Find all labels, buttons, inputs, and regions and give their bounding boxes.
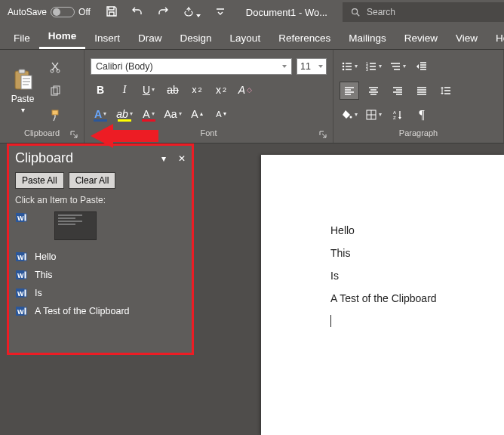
bullets-button[interactable]: ▾ xyxy=(340,57,359,76)
svg-text:Z: Z xyxy=(393,116,396,120)
clipboard-pane-title: Clipboard xyxy=(15,150,73,166)
customize-qat-icon[interactable] xyxy=(214,5,226,20)
clipboard-item[interactable]: W xyxy=(15,210,186,246)
strikethrough-button[interactable]: ab xyxy=(163,81,183,99)
svg-rect-3 xyxy=(21,76,32,89)
decrease-indent-button[interactable] xyxy=(412,57,432,76)
font-color-button[interactable]: A▾ xyxy=(139,105,158,123)
document-line: Is xyxy=(330,270,504,282)
search-box[interactable]: Search xyxy=(343,2,504,22)
save-icon[interactable] xyxy=(106,5,118,20)
svg-text:W: W xyxy=(17,308,24,316)
font-family-value: Calibri (Body) xyxy=(96,61,153,72)
subscript-button[interactable]: x2 xyxy=(187,81,207,99)
italic-button[interactable]: I xyxy=(115,81,134,99)
underline-button[interactable]: U▾ xyxy=(139,81,158,99)
pane-options-icon[interactable]: ▾ xyxy=(161,153,166,164)
tab-insert[interactable]: Insert xyxy=(85,27,129,49)
search-placeholder: Search xyxy=(367,7,395,17)
highlight-button[interactable]: ab▾ xyxy=(115,105,134,123)
clipboard-item[interactable]: W This xyxy=(15,267,186,282)
text-effects-button[interactable]: A▾ xyxy=(91,105,110,123)
line-spacing-button[interactable] xyxy=(436,82,456,100)
clipboard-item[interactable]: W Is xyxy=(15,285,186,301)
document-line: Hello xyxy=(330,224,504,236)
clipboard-thumbnail xyxy=(54,211,97,240)
clear-all-button[interactable]: Clear All xyxy=(69,172,116,189)
clipboard-dialog-launcher[interactable] xyxy=(69,129,79,140)
svg-point-15 xyxy=(350,116,352,118)
redo-icon[interactable] xyxy=(157,5,169,20)
shading-button[interactable]: ▾ xyxy=(340,106,359,124)
clipboard-pane: Clipboard ▾ ✕ Paste All Clear All Click … xyxy=(7,143,194,355)
tab-review[interactable]: Review xyxy=(395,27,447,49)
font-size-value: 11 xyxy=(300,61,311,72)
tab-references[interactable]: References xyxy=(269,27,340,49)
touch-mode-icon[interactable] xyxy=(183,5,201,20)
svg-rect-2 xyxy=(19,69,25,73)
align-center-button[interactable] xyxy=(364,82,383,100)
bold-button[interactable]: B xyxy=(91,81,110,99)
clipboard-item[interactable]: W A Test of the Clipboard xyxy=(15,304,186,319)
font-size-select[interactable]: 11 xyxy=(297,58,327,75)
svg-text:W: W xyxy=(17,254,24,261)
show-hide-button[interactable]: ¶ xyxy=(412,106,432,124)
search-icon xyxy=(350,7,361,17)
clipboard-item-text: Hello xyxy=(35,251,57,262)
document-line: This xyxy=(330,247,504,259)
tab-draw[interactable]: Draw xyxy=(129,27,171,49)
tab-layout[interactable]: Layout xyxy=(221,27,270,49)
paste-label: Paste xyxy=(11,94,35,104)
tab-mailings[interactable]: Mailings xyxy=(340,27,395,49)
svg-point-10 xyxy=(343,65,345,67)
svg-point-0 xyxy=(352,9,358,14)
autosave-label: AutoSave xyxy=(8,7,47,17)
tab-file[interactable]: File xyxy=(5,27,39,49)
clear-formatting-button[interactable]: A◇ xyxy=(235,81,255,99)
align-left-button[interactable] xyxy=(340,82,359,100)
change-case-button[interactable]: Aa▾ xyxy=(163,105,183,123)
copy-button[interactable] xyxy=(47,83,63,100)
clipboard-pane-hint: Click an Item to Paste: xyxy=(9,192,192,210)
svg-rect-25 xyxy=(24,253,26,261)
superscript-button[interactable]: x2 xyxy=(211,81,231,99)
clipboard-item-text: This xyxy=(35,270,53,280)
font-dialog-launcher[interactable] xyxy=(318,129,328,140)
undo-icon[interactable] xyxy=(131,5,143,20)
format-painter-button[interactable] xyxy=(47,107,63,124)
tab-design[interactable]: Design xyxy=(171,27,221,49)
justify-button[interactable] xyxy=(412,82,432,100)
quick-access-toolbar xyxy=(98,5,234,20)
font-family-select[interactable]: Calibri (Body) xyxy=(91,58,292,75)
pane-close-icon[interactable]: ✕ xyxy=(178,153,186,164)
group-font: Calibri (Body) 11 B I U▾ ab x2 x2 A◇ xyxy=(85,50,333,143)
tab-home[interactable]: Home xyxy=(39,25,86,49)
svg-rect-22 xyxy=(24,214,26,221)
paste-button[interactable]: Paste ▾ xyxy=(6,66,39,114)
title-bar: AutoSave Off Document1 - Wo... Search xyxy=(0,0,504,24)
borders-button[interactable]: ▾ xyxy=(364,106,383,124)
align-right-button[interactable] xyxy=(388,82,407,100)
group-clipboard: Paste ▾ Clipboard xyxy=(0,50,85,143)
document-page[interactable]: Hello This Is A Test of the Clipboard xyxy=(261,155,504,435)
cut-button[interactable] xyxy=(47,59,63,76)
clipboard-item[interactable]: W Hello xyxy=(15,249,186,264)
numbering-button[interactable]: 123▾ xyxy=(364,57,383,76)
autosave-switch[interactable] xyxy=(51,7,75,17)
sort-button[interactable]: AZ xyxy=(388,106,407,124)
svg-text:W: W xyxy=(17,272,24,279)
svg-text:W: W xyxy=(17,214,24,222)
group-paragraph: ▾ 123▾ ▾ ▾ ▾ AZ ¶ xyxy=(333,50,504,143)
autosave-toggle[interactable]: AutoSave Off xyxy=(0,7,98,17)
shrink-font-button[interactable]: A▾ xyxy=(211,105,231,123)
tab-help[interactable]: Help xyxy=(487,27,504,49)
clipboard-item-text: A Test of the Clipboard xyxy=(35,306,130,316)
document-line: A Test of the Clipboard xyxy=(330,292,504,304)
word-icon: W xyxy=(15,287,27,299)
autosave-state: Off xyxy=(78,7,91,17)
grow-font-button[interactable]: A▴ xyxy=(187,105,207,123)
tab-view[interactable]: View xyxy=(447,27,487,49)
svg-text:3: 3 xyxy=(366,67,368,72)
multilevel-list-button[interactable]: ▾ xyxy=(388,57,407,76)
paste-all-button[interactable]: Paste All xyxy=(15,172,64,189)
